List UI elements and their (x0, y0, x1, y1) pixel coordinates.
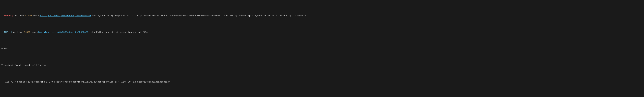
traceback-header: Traceback (most recent call last): (1, 64, 46, 67)
log-line-3: error (1, 47, 643, 51)
line2-time: 0.000 (24, 31, 30, 33)
inf-bracket-2: [ (1, 31, 4, 33)
log-output: [ ERROR ] At time 0.000 sec <Box algorit… (1, 1, 643, 97)
error-label-1: ERROR (4, 14, 11, 17)
line2-part2: sec < (30, 31, 38, 33)
line3-text: error (1, 47, 8, 50)
line2-part1: At time (12, 31, 24, 33)
log-line-5: File "C:/Program Files/openvibe-2.2.0-64… (1, 80, 643, 84)
line1-part2: sec < (32, 14, 40, 17)
line1-part1: At time (13, 14, 25, 17)
log-line-2: [ INF ] At time 0.000 sec <Box algorithm… (1, 31, 643, 34)
inf-bracket-2b: ] (8, 31, 12, 33)
file-path-1: File "C:/Program Files/openvibe-2.2.0-64… (1, 81, 170, 83)
line1-time: 0.000 (25, 14, 32, 17)
line2-part3: aka Python scripting> executing script f… (90, 31, 148, 33)
line1-part3: aka Python scripting> Failed to run [C:/… (91, 14, 307, 17)
error-bracket-1: [ (1, 14, 4, 17)
line1-result: -1 (307, 14, 310, 17)
line1-link: Box algorithm::(0x00004db4, 0x00006a35) (40, 14, 91, 17)
inf-label-2: INF (4, 31, 8, 33)
error-bracket-1b: ] (11, 14, 13, 17)
log-line-4: Traceback (most recent call last): (1, 64, 643, 67)
log-line-1: [ ERROR ] At time 0.000 sec <Box algorit… (1, 14, 643, 17)
line2-link: Box algorithm::(0x00004db4, 0x00006a35) (38, 31, 90, 33)
